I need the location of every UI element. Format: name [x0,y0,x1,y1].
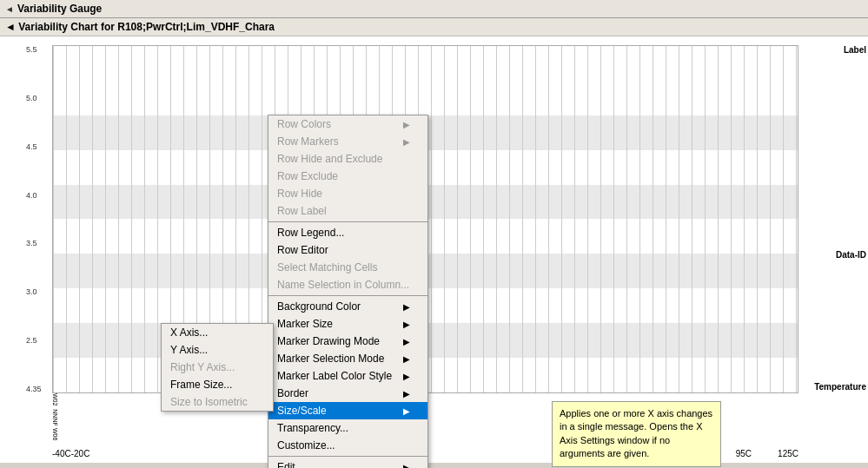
menu-item-label: Size/Scale [277,405,327,417]
menu-item-row-exclude[interactable]: Row Exclude [268,168,427,185]
chart-area: R108;PwrCtrl;Lim_VDHF_Chara 5.5 5.0 4.5 … [0,36,868,463]
title-arrow: ◄ [5,4,14,14]
submenu-item-x-axis[interactable]: X Axis... [162,324,273,341]
w-labels: W02_NNNF W06_NNNN W07_FSNN W08_NNNS W09_… [52,393,58,441]
menu-item-background-color[interactable]: Background Color ▶ [268,298,427,315]
menu-separator-1 [268,221,427,222]
submenu-arrow: ▶ [403,320,410,329]
menu-item-label: Transparency... [277,422,348,434]
menu-item-marker-label-color-style[interactable]: Marker Label Color Style ▶ [268,367,427,385]
menu-item-label: Row Legend... [277,227,344,239]
submenu-arrow: ▶ [403,337,410,346]
submenu-item-label: Right Y Axis... [170,361,235,373]
submenu-arrow: ▶ [403,354,410,364]
menu-item-marker-size[interactable]: Marker Size ▶ [268,315,427,333]
menu-item-label: Customize... [277,439,335,452]
chart-arrow: ◄ [5,21,16,33]
menu-item-row-hide-exclude[interactable]: Row Hide and Exclude [268,150,427,168]
submenu-item-label: X Axis... [170,326,208,339]
chart-title-text: Variability Chart for R108;PwrCtrl;Lim_V… [18,21,275,33]
submenu-item-label: Y Axis... [170,344,208,356]
menu-item-marker-selection-mode[interactable]: Marker Selection Mode ▶ [268,350,427,367]
menu-item-transparency[interactable]: Transparency... [268,419,427,437]
menu-item-border[interactable]: Border ▶ [268,385,427,402]
menu-item-label: Select Matching Cells [277,261,377,274]
main-container: R108;PwrCtrl;Lim_VDHF_Chara 5.5 5.0 4.5 … [0,36,868,463]
menu-item-label: Marker Selection Mode [277,353,384,365]
menu-item-row-colors[interactable]: Row Colors ▶ [268,115,427,133]
menu-item-label: Name Selection in Column... [277,279,409,291]
title-bar: ◄ Variability Gauge [0,0,868,18]
chart-content: R108;PwrCtrl;Lim_VDHF_Chara 5.5 5.0 4.5 … [0,36,868,463]
submenu-arrow: ▶ [403,137,410,147]
menu-item-row-editor[interactable]: Row Editor [268,241,427,259]
size-scale-submenu: X Axis... Y Axis... Right Y Axis... Fram… [161,323,274,412]
submenu-item-y-axis[interactable]: Y Axis... [162,341,273,359]
submenu-arrow: ▶ [403,406,410,416]
submenu-arrow: ▶ [403,372,410,381]
menu-item-name-selection[interactable]: Name Selection in Column... [268,276,427,293]
menu-item-label: Edit [277,461,295,468]
menu-item-label: Marker Label Color Style [277,370,392,382]
submenu-item-label: Size to Isometric [170,396,248,408]
menu-item-label: Marker Drawing Mode [277,335,380,347]
menu-item-customize[interactable]: Customize... [268,437,427,454]
menu-item-row-legend[interactable]: Row Legend... [268,224,427,241]
submenu-item-frame-size[interactable]: Frame Size... [162,376,273,393]
menu-item-label: Row Editor [277,244,328,256]
data-id-header: Data-ID [836,250,866,260]
context-menu: Row Colors ▶ Row Markers ▶ Row Hide and … [268,115,428,468]
menu-item-label: Marker Size [277,318,333,330]
menu-item-label: Row Exclude [277,170,338,182]
menu-item-label: Border [277,387,308,399]
menu-item-row-hide[interactable]: Row Hide [268,185,427,202]
app-title: Variability Gauge [17,3,102,15]
submenu-item-right-y-axis[interactable]: Right Y Axis... [162,359,273,376]
menu-separator-3 [268,456,427,457]
submenu-arrow: ▶ [403,120,410,129]
menu-item-row-markers[interactable]: Row Markers ▶ [268,133,427,150]
menu-item-marker-drawing-mode[interactable]: Marker Drawing Mode ▶ [268,333,427,350]
submenu-item-label: Frame Size... [170,379,232,391]
menu-item-label: Row Label [277,205,327,217]
label-header: Label [844,45,866,55]
menu-item-edit[interactable]: Edit ▶ [268,458,427,468]
menu-item-label: Row Markers [277,135,339,148]
submenu-item-size-isometric[interactable]: Size to Isometric [162,393,273,411]
menu-item-label: Row Hide [277,188,322,200]
menu-item-size-scale[interactable]: Size/Scale ▶ [268,402,427,419]
menu-item-label: Row Colors [277,118,331,130]
menu-item-row-label[interactable]: Row Label [268,202,427,220]
submenu-arrow: ▶ [403,463,410,469]
y-scale: 5.5 5.0 4.5 4.0 3.5 3.0 2.5 4.35 [26,45,42,393]
submenu-arrow: ▶ [403,302,410,312]
tooltip-box: Applies one or more X axis changes in a … [552,401,721,467]
temperature-header: Temperature [814,382,866,392]
menu-item-label: Row Hide and Exclude [277,153,382,165]
chart-title-bar: ◄ Variability Chart for R108;PwrCtrl;Lim… [0,18,868,36]
menu-item-label: Background Color [277,300,361,313]
tooltip-text: Applies one or more X axis changes in a … [560,408,712,458]
submenu-arrow: ▶ [403,389,410,399]
menu-separator-2 [268,295,427,296]
menu-item-select-matching[interactable]: Select Matching Cells [268,259,427,276]
